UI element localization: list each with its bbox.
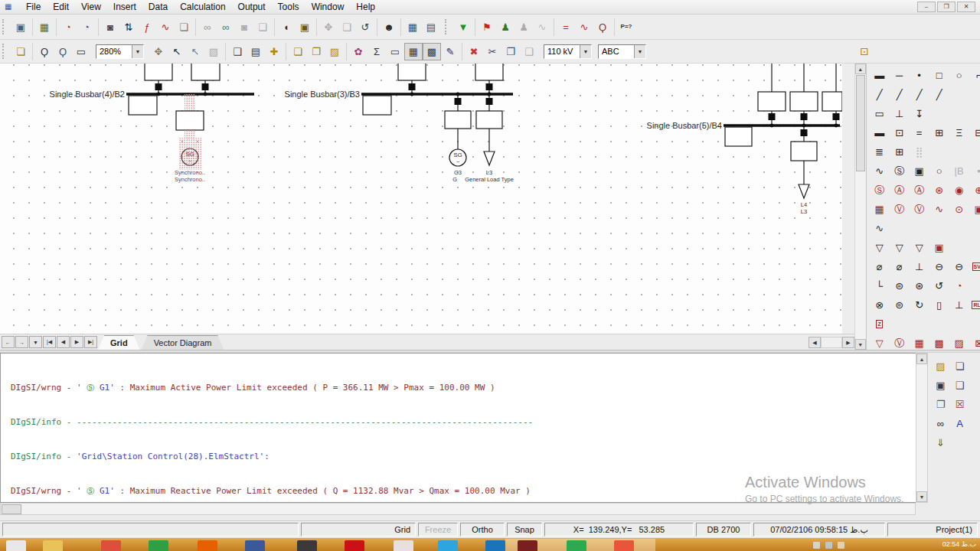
tray-icon[interactable] (813, 542, 820, 549)
output-log[interactable]: DIgSI/wrng - ' Ⓢ G1' : Maximum Active Po… (0, 353, 916, 503)
palette-voltage-source[interactable]: Ⓥ (890, 200, 910, 219)
taskbar-opera[interactable] (345, 540, 364, 551)
results-gray[interactable]: ∿ (533, 18, 551, 36)
palette-pv-system[interactable]: ⊕ (969, 181, 980, 200)
add-equation[interactable]: = (557, 18, 575, 36)
user-account[interactable]: ☻ (380, 18, 398, 36)
canvas-hscroll-track[interactable] (821, 337, 842, 348)
select-cursor[interactable]: ↖ (168, 43, 186, 60)
palette-static-generator[interactable]: ⊛ (929, 181, 949, 200)
load-l3[interactable]: L3 General Load Type (465, 93, 514, 183)
pq-calc[interactable]: P=? (617, 18, 635, 36)
palette-converter[interactable]: ↻ (910, 295, 929, 315)
status-freeze-toggle[interactable]: Freeze (418, 523, 458, 536)
toggle-layers[interactable]: ▩ (423, 43, 441, 60)
palette-motor-load[interactable]: ▽ (890, 238, 910, 257)
marquee-gray[interactable]: ▧ (204, 43, 223, 60)
palette-static-machine[interactable]: ▣ (910, 161, 929, 181)
palette-shunt-capacitor[interactable]: ⊥ (910, 257, 929, 276)
palette-box-element[interactable]: ▯ (929, 295, 949, 315)
menu-data[interactable]: Data (142, 1, 174, 13)
clear-output[interactable]: ☒ (952, 396, 969, 413)
palette-tcr[interactable]: ⊖ (949, 257, 969, 276)
palette-contactor[interactable]: ╱ (929, 85, 949, 104)
copy-output[interactable]: ❐ (933, 396, 949, 413)
palette-b-node[interactable]: |B (949, 161, 969, 181)
taskbar-facebook[interactable] (245, 540, 265, 551)
palette-xfmr-load-3[interactable]: ▦ (910, 334, 929, 350)
palette-general-load[interactable]: ▽ (870, 238, 890, 257)
button-panel[interactable]: ▭ (386, 43, 404, 60)
paste-gray[interactable]: ❑ (520, 43, 538, 60)
cubicle-box-b4[interactable] (725, 127, 752, 146)
lock-icon[interactable]: ⊡ (856, 43, 873, 60)
nav-menu-button[interactable]: ▼ (29, 336, 42, 348)
feeder-b3-1[interactable] (398, 64, 426, 96)
palette-point-terminal[interactable]: • (910, 66, 929, 85)
palette-bay[interactable]: ⊞ (890, 142, 910, 161)
canvas-vscroll-thumb[interactable] (856, 75, 865, 171)
palette-fuse[interactable]: ▭ (870, 104, 890, 123)
palette-ac-source[interactable]: ∿ (929, 200, 949, 219)
palette-svs[interactable]: SVS (969, 257, 980, 276)
menu-window[interactable]: Window (305, 1, 351, 13)
menu-insert[interactable]: Insert (107, 1, 142, 13)
menu-calculation[interactable]: Calculation (174, 1, 231, 13)
find-in-output[interactable]: ∞ (933, 416, 949, 432)
toolbar-drag-handle[interactable] (2, 19, 6, 34)
power-flow-arrows[interactable]: ⇅ (119, 18, 138, 36)
palette-series-block[interactable]: ▪ (969, 161, 980, 181)
minimize-button[interactable]: – (917, 2, 936, 12)
palette-shunt-reactor[interactable]: ⌀ (890, 257, 910, 276)
menu-edit[interactable]: Edit (47, 1, 75, 13)
nav-forward-button[interactable]: → (15, 336, 28, 348)
taskbar-chrome[interactable] (101, 540, 121, 551)
phase-combo[interactable]: ABC ▼ (598, 44, 646, 59)
canvas-scroll-left[interactable]: ◀ (808, 337, 821, 348)
save-log[interactable]: ⇓ (933, 435, 949, 452)
palette-terminal[interactable]: ⊡ (890, 123, 910, 142)
palette-async-machine[interactable]: Ⓐ (890, 181, 910, 200)
font-output[interactable]: A (952, 416, 969, 432)
status-ortho-toggle[interactable]: Ortho (460, 523, 505, 536)
toggle-grid[interactable]: ▦ (404, 43, 423, 60)
palette-series-element[interactable]: ⊟ (969, 123, 980, 142)
taskbar-powerfactory[interactable] (518, 540, 537, 551)
restore-button[interactable]: ❐ (937, 2, 956, 12)
voltage-level-combo[interactable]: 110 kV ▼ (544, 44, 592, 59)
calculation-events[interactable]: ▦ (35, 18, 54, 36)
doc-search-gray[interactable]: ◙ (235, 18, 253, 36)
zoom-back[interactable]: Ϙ (54, 43, 72, 60)
export-results[interactable]: ❏ (175, 18, 193, 36)
palette-disconnector[interactable]: ╱ (890, 85, 910, 104)
add-curve[interactable]: ∿ (575, 18, 593, 36)
taskbar-screenrec[interactable] (614, 540, 634, 551)
print[interactable]: ❑ (228, 43, 247, 60)
palette-pointer[interactable]: ◔ (949, 276, 969, 295)
busbar-b3[interactable]: Single Busbar(3)/B3 (285, 90, 513, 99)
stop-script[interactable]: ♟ (496, 18, 514, 36)
print-preview-output[interactable]: ❏ (952, 358, 969, 375)
zoom-combo[interactable]: 280% ▼ (96, 44, 144, 59)
palette-branch[interactable]: ∿ (870, 161, 890, 181)
cut[interactable]: ✂ (483, 43, 501, 60)
canvas-scroll-right[interactable]: ▶ (842, 337, 854, 348)
feeder-b3-2[interactable] (475, 64, 503, 96)
palette-sync-machine[interactable]: Ⓢ (890, 161, 910, 181)
palette-async-doubly-fed[interactable]: Ⓐ (910, 181, 929, 200)
load-flow-gauge[interactable]: ◔ (59, 18, 77, 36)
tray-icon[interactable] (838, 542, 844, 549)
feeder-b4-1[interactable] (758, 64, 786, 127)
menu-output[interactable]: Output (232, 1, 272, 13)
open-output-file[interactable]: ▨ (933, 358, 949, 375)
freehand-cursor[interactable]: ↖ (186, 43, 204, 60)
data-manager[interactable]: ▦ (403, 18, 422, 36)
taskbar-start[interactable] (6, 540, 26, 551)
save-output[interactable]: ▣ (933, 377, 949, 394)
edit-graphic[interactable]: ✎ (441, 43, 459, 60)
chevron-down-icon[interactable]: ▼ (132, 45, 143, 58)
palette-current-source[interactable]: Ⓥ (910, 200, 929, 219)
insert-graphic[interactable]: ❐ (307, 43, 325, 60)
report-glasses[interactable]: ∞ (217, 18, 235, 36)
scripts-gray[interactable]: ♟ (514, 18, 533, 36)
